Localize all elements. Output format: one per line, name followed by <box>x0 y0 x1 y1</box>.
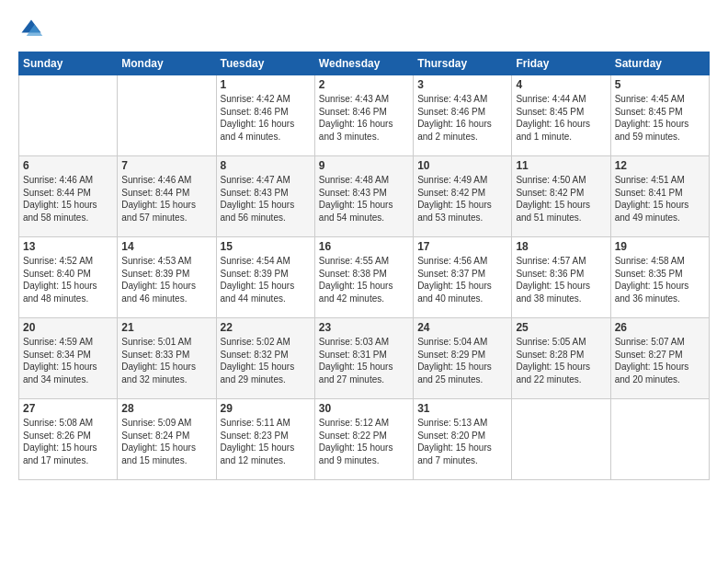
calendar-cell <box>610 399 709 480</box>
calendar-cell: 20Sunrise: 4:59 AM Sunset: 8:34 PM Dayli… <box>19 318 118 399</box>
calendar-cell: 19Sunrise: 4:58 AM Sunset: 8:35 PM Dayli… <box>610 237 709 318</box>
day-number: 8 <box>221 159 311 172</box>
calendar-week-row: 27Sunrise: 5:08 AM Sunset: 8:26 PM Dayli… <box>19 399 710 480</box>
calendar-cell: 8Sunrise: 4:47 AM Sunset: 8:43 PM Daylig… <box>216 156 314 237</box>
day-number: 6 <box>23 159 113 172</box>
calendar-cell <box>19 75 118 156</box>
day-info: Sunrise: 4:44 AM Sunset: 8:45 PM Dayligh… <box>516 93 606 143</box>
calendar-cell: 14Sunrise: 4:53 AM Sunset: 8:39 PM Dayli… <box>118 237 216 318</box>
calendar-cell: 13Sunrise: 4:52 AM Sunset: 8:40 PM Dayli… <box>19 237 118 318</box>
day-number: 30 <box>319 402 409 415</box>
day-info: Sunrise: 4:59 AM Sunset: 8:34 PM Dayligh… <box>23 336 113 385</box>
day-number: 4 <box>516 78 606 91</box>
day-info: Sunrise: 4:54 AM Sunset: 8:39 PM Dayligh… <box>221 255 311 304</box>
calendar-cell: 1Sunrise: 4:42 AM Sunset: 8:46 PM Daylig… <box>216 75 314 156</box>
day-info: Sunrise: 4:42 AM Sunset: 8:46 PM Dayligh… <box>221 93 311 143</box>
weekday-header: Sunday <box>19 52 118 75</box>
day-number: 15 <box>221 240 311 253</box>
day-info: Sunrise: 5:07 AM Sunset: 8:27 PM Dayligh… <box>615 336 705 385</box>
calendar-cell: 16Sunrise: 4:55 AM Sunset: 8:38 PM Dayli… <box>314 237 413 318</box>
day-info: Sunrise: 5:12 AM Sunset: 8:22 PM Dayligh… <box>319 417 409 466</box>
day-number: 20 <box>23 321 113 334</box>
calendar-cell: 17Sunrise: 4:56 AM Sunset: 8:37 PM Dayli… <box>414 237 512 318</box>
day-info: Sunrise: 4:51 AM Sunset: 8:41 PM Dayligh… <box>615 174 705 224</box>
weekday-header: Monday <box>118 52 216 75</box>
day-info: Sunrise: 5:03 AM Sunset: 8:31 PM Dayligh… <box>319 336 409 385</box>
day-number: 7 <box>121 159 211 172</box>
day-number: 5 <box>615 78 705 91</box>
calendar-cell: 7Sunrise: 4:46 AM Sunset: 8:44 PM Daylig… <box>118 156 216 237</box>
day-number: 13 <box>23 240 113 253</box>
day-number: 12 <box>615 159 705 172</box>
day-number: 25 <box>516 321 606 334</box>
weekday-header: Thursday <box>414 52 512 75</box>
day-info: Sunrise: 4:55 AM Sunset: 8:38 PM Dayligh… <box>319 255 409 304</box>
day-number: 31 <box>417 402 507 415</box>
day-info: Sunrise: 5:09 AM Sunset: 8:24 PM Dayligh… <box>121 417 211 466</box>
calendar-cell: 30Sunrise: 5:12 AM Sunset: 8:22 PM Dayli… <box>314 399 413 480</box>
day-number: 16 <box>319 240 409 253</box>
day-info: Sunrise: 4:45 AM Sunset: 8:45 PM Dayligh… <box>615 93 705 143</box>
day-number: 22 <box>221 321 311 334</box>
day-number: 29 <box>221 402 311 415</box>
weekday-header: Saturday <box>610 52 709 75</box>
calendar-cell: 26Sunrise: 5:07 AM Sunset: 8:27 PM Dayli… <box>610 318 709 399</box>
logo <box>18 17 48 42</box>
day-number: 11 <box>516 159 606 172</box>
calendar-table: SundayMondayTuesdayWednesdayThursdayFrid… <box>18 52 710 480</box>
weekday-header: Wednesday <box>314 52 413 75</box>
day-info: Sunrise: 4:43 AM Sunset: 8:46 PM Dayligh… <box>319 93 409 143</box>
day-info: Sunrise: 4:58 AM Sunset: 8:35 PM Dayligh… <box>615 255 705 304</box>
calendar-week-row: 13Sunrise: 4:52 AM Sunset: 8:40 PM Dayli… <box>19 237 710 318</box>
calendar-cell: 6Sunrise: 4:46 AM Sunset: 8:44 PM Daylig… <box>19 156 118 237</box>
day-number: 27 <box>23 402 113 415</box>
day-number: 26 <box>615 321 705 334</box>
day-info: Sunrise: 4:52 AM Sunset: 8:40 PM Dayligh… <box>23 255 113 304</box>
day-number: 24 <box>417 321 507 334</box>
calendar-cell: 5Sunrise: 4:45 AM Sunset: 8:45 PM Daylig… <box>610 75 709 156</box>
calendar-cell: 28Sunrise: 5:09 AM Sunset: 8:24 PM Dayli… <box>118 399 216 480</box>
calendar-cell <box>512 399 610 480</box>
calendar-cell: 25Sunrise: 5:05 AM Sunset: 8:28 PM Dayli… <box>512 318 610 399</box>
day-number: 10 <box>417 159 507 172</box>
calendar-cell: 31Sunrise: 5:13 AM Sunset: 8:20 PM Dayli… <box>414 399 512 480</box>
day-info: Sunrise: 4:57 AM Sunset: 8:36 PM Dayligh… <box>516 255 606 304</box>
calendar-cell: 29Sunrise: 5:11 AM Sunset: 8:23 PM Dayli… <box>216 399 314 480</box>
day-info: Sunrise: 5:05 AM Sunset: 8:28 PM Dayligh… <box>516 336 606 385</box>
calendar-cell: 3Sunrise: 4:43 AM Sunset: 8:46 PM Daylig… <box>414 75 512 156</box>
calendar-cell: 22Sunrise: 5:02 AM Sunset: 8:32 PM Dayli… <box>216 318 314 399</box>
day-info: Sunrise: 4:46 AM Sunset: 8:44 PM Dayligh… <box>121 174 211 224</box>
day-info: Sunrise: 4:48 AM Sunset: 8:43 PM Dayligh… <box>319 174 409 224</box>
calendar-cell: 24Sunrise: 5:04 AM Sunset: 8:29 PM Dayli… <box>414 318 512 399</box>
calendar-cell: 11Sunrise: 4:50 AM Sunset: 8:42 PM Dayli… <box>512 156 610 237</box>
header <box>18 17 710 42</box>
calendar-cell <box>118 75 216 156</box>
weekday-header: Friday <box>512 52 610 75</box>
calendar-week-row: 20Sunrise: 4:59 AM Sunset: 8:34 PM Dayli… <box>19 318 710 399</box>
calendar-cell: 27Sunrise: 5:08 AM Sunset: 8:26 PM Dayli… <box>19 399 118 480</box>
day-number: 19 <box>615 240 705 253</box>
day-info: Sunrise: 4:53 AM Sunset: 8:39 PM Dayligh… <box>121 255 211 304</box>
day-info: Sunrise: 5:08 AM Sunset: 8:26 PM Dayligh… <box>23 417 113 466</box>
calendar-cell: 2Sunrise: 4:43 AM Sunset: 8:46 PM Daylig… <box>314 75 413 156</box>
logo-icon <box>18 17 44 42</box>
calendar-cell: 18Sunrise: 4:57 AM Sunset: 8:36 PM Dayli… <box>512 237 610 318</box>
day-info: Sunrise: 4:43 AM Sunset: 8:46 PM Dayligh… <box>417 93 507 143</box>
weekday-header-row: SundayMondayTuesdayWednesdayThursdayFrid… <box>19 52 710 75</box>
day-number: 3 <box>417 78 507 91</box>
weekday-header: Tuesday <box>216 52 314 75</box>
calendar-week-row: 1Sunrise: 4:42 AM Sunset: 8:46 PM Daylig… <box>19 75 710 156</box>
day-number: 21 <box>121 321 211 334</box>
day-info: Sunrise: 5:02 AM Sunset: 8:32 PM Dayligh… <box>221 336 311 385</box>
calendar-cell: 12Sunrise: 4:51 AM Sunset: 8:41 PM Dayli… <box>610 156 709 237</box>
day-number: 2 <box>319 78 409 91</box>
day-info: Sunrise: 4:47 AM Sunset: 8:43 PM Dayligh… <box>221 174 311 224</box>
calendar-cell: 4Sunrise: 4:44 AM Sunset: 8:45 PM Daylig… <box>512 75 610 156</box>
calendar-cell: 15Sunrise: 4:54 AM Sunset: 8:39 PM Dayli… <box>216 237 314 318</box>
calendar-cell: 23Sunrise: 5:03 AM Sunset: 8:31 PM Dayli… <box>314 318 413 399</box>
day-number: 14 <box>121 240 211 253</box>
day-info: Sunrise: 5:13 AM Sunset: 8:20 PM Dayligh… <box>417 417 507 466</box>
calendar-cell: 21Sunrise: 5:01 AM Sunset: 8:33 PM Dayli… <box>118 318 216 399</box>
day-number: 9 <box>319 159 409 172</box>
day-number: 18 <box>516 240 606 253</box>
